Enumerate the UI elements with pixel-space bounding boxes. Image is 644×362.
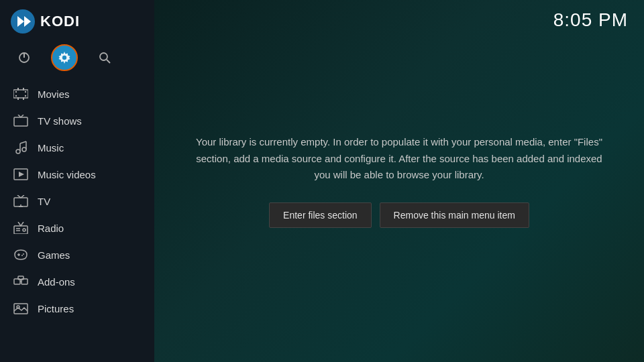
music-label: Music <box>38 142 64 154</box>
sidebar-item-tv[interactable]: TV <box>0 188 154 215</box>
pictures-label: Pictures <box>38 303 74 314</box>
time-display: 8:05 PM <box>553 9 628 31</box>
remove-menu-item-button[interactable]: Remove this main menu item <box>380 202 529 228</box>
enter-files-button[interactable]: Enter files section <box>269 202 372 228</box>
tvshows-icon <box>13 113 28 128</box>
svg-rect-18 <box>14 117 28 126</box>
sidebar-item-games[interactable]: Games <box>0 241 154 268</box>
games-label: Games <box>38 249 70 261</box>
sidebar-item-music[interactable]: Music <box>0 134 154 161</box>
svg-rect-15 <box>23 88 24 90</box>
svg-point-36 <box>21 255 23 256</box>
svg-point-10 <box>15 91 17 93</box>
music-icon <box>13 140 28 155</box>
svg-rect-16 <box>17 97 19 100</box>
svg-point-35 <box>23 253 24 255</box>
action-buttons: Enter files section Remove this main men… <box>269 202 529 228</box>
tvshows-label: TV shows <box>38 115 82 127</box>
sidebar-item-tvshows[interactable]: TV shows <box>0 107 154 134</box>
movies-icon <box>13 86 28 101</box>
svg-rect-17 <box>23 97 24 100</box>
addons-label: Add-ons <box>38 276 75 288</box>
svg-rect-9 <box>13 90 28 98</box>
sidebar-item-radio[interactable]: Radio <box>0 215 154 241</box>
radio-label: Radio <box>38 223 64 234</box>
tv-label: TV <box>38 196 50 207</box>
kodi-logo-icon <box>11 9 35 34</box>
svg-line-23 <box>20 141 26 143</box>
radio-icon <box>13 221 28 235</box>
empty-library-panel: Your library is currently empty. In orde… <box>154 0 644 362</box>
musicvideos-label: Music videos <box>38 169 96 180</box>
svg-point-30 <box>23 229 25 231</box>
search-button[interactable] <box>91 44 118 71</box>
games-icon <box>13 247 28 262</box>
sidebar-item-movies[interactable]: Movies <box>0 80 154 107</box>
movies-label: Movies <box>38 88 70 100</box>
empty-library-message: Your library is currently empty. In orde… <box>195 134 604 184</box>
nav-list: Movies TV shows M <box>0 80 154 362</box>
pictures-icon <box>13 301 28 316</box>
svg-point-11 <box>15 95 17 97</box>
svg-line-8 <box>107 60 110 63</box>
addons-icon <box>13 274 28 289</box>
svg-point-13 <box>25 95 26 97</box>
settings-icon <box>57 50 72 65</box>
tv-icon <box>13 194 28 208</box>
svg-point-6 <box>62 56 66 60</box>
sidebar-item-addons[interactable]: Add-ons <box>0 268 154 295</box>
power-icon <box>17 51 31 64</box>
top-icon-bar <box>0 40 154 80</box>
svg-point-12 <box>25 91 26 93</box>
musicvideos-icon <box>13 167 28 182</box>
svg-marker-25 <box>19 172 24 177</box>
sidebar-item-pictures[interactable]: Pictures <box>0 295 154 322</box>
sidebar: KODI <box>0 0 154 362</box>
svg-rect-14 <box>17 88 19 90</box>
main-content: 8:05 PM Your library is currently empty.… <box>154 0 644 362</box>
svg-point-7 <box>100 53 107 60</box>
search-icon <box>98 51 111 64</box>
settings-button[interactable] <box>51 44 78 71</box>
app-header: KODI <box>0 0 154 40</box>
svg-point-20 <box>22 147 26 152</box>
sidebar-item-musicvideos[interactable]: Music videos <box>0 161 154 188</box>
power-button[interactable] <box>11 44 38 71</box>
app-title: KODI <box>40 13 80 30</box>
svg-point-19 <box>16 149 20 154</box>
